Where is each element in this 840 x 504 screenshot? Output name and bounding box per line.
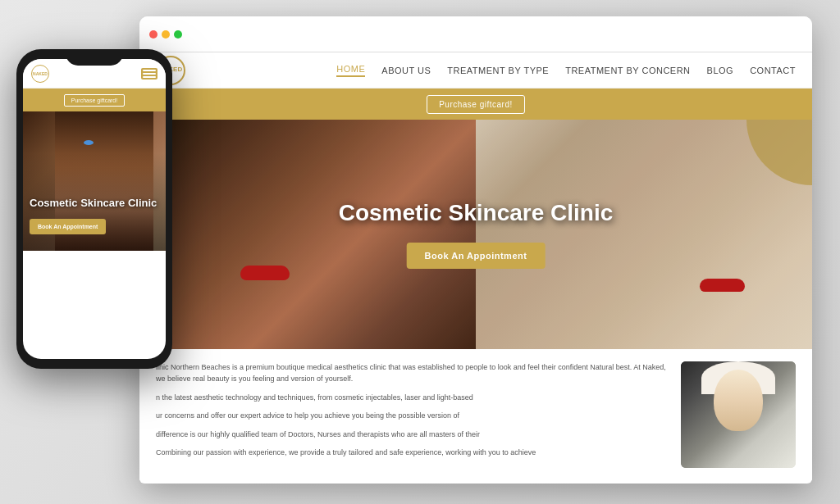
giftcard-button[interactable]: Purchase giftcard! xyxy=(427,95,525,114)
phone-giftcard-button[interactable]: Purchase giftcard! xyxy=(64,94,125,107)
hamburger-line-1 xyxy=(143,70,156,71)
text-para-3: ur concerns and offer our expert advice … xyxy=(156,410,669,421)
side-image-inner xyxy=(681,361,796,468)
phone-face-eye xyxy=(84,140,94,145)
nav-blog[interactable]: BLOG xyxy=(707,66,734,75)
gold-bar: Purchase giftcard! xyxy=(139,89,812,120)
website-content: NAKED HOME ABOUT US TREATMENT BY TYPE TR… xyxy=(139,52,812,484)
phone-book-button[interactable]: Book An Appointment xyxy=(30,219,106,234)
scene: NAKED HOME ABOUT US TREATMENT BY TYPE TR… xyxy=(0,0,840,504)
phone-notch xyxy=(66,49,123,66)
text-para-footer: Combining our passion with experience, w… xyxy=(156,447,669,458)
dot-yellow[interactable] xyxy=(162,30,170,39)
side-image xyxy=(681,361,796,468)
phone-hamburger-button[interactable] xyxy=(141,68,158,79)
phone-mockup: NAKED Purchase giftcard! xyxy=(16,49,172,369)
nav-treatment-concern[interactable]: TREATMENT BY CONCERN xyxy=(565,66,690,75)
nav-links: HOME ABOUT US TREATMENT BY TYPE TREATMEN… xyxy=(336,64,796,77)
phone-logo-circle: NAKED xyxy=(31,65,49,83)
hamburger-line-2 xyxy=(143,73,156,75)
hero-title: Cosmetic Skincare Clinic xyxy=(339,200,614,226)
site-nav: NAKED HOME ABOUT US TREATMENT BY TYPE TR… xyxy=(139,52,812,89)
dot-green[interactable] xyxy=(174,30,182,39)
desktop-browser: NAKED HOME ABOUT US TREATMENT BY TYPE TR… xyxy=(139,16,812,484)
phone-hero-title: Cosmetic Skincare Clinic xyxy=(30,197,159,211)
text-para-4: difference is our highly qualified team … xyxy=(156,429,669,440)
browser-chrome xyxy=(139,16,812,52)
text-para-2: n the latest aesthetic technology and te… xyxy=(156,392,669,403)
book-appointment-button[interactable]: Book An Appointment xyxy=(407,243,546,269)
hero-content: Cosmetic Skincare Clinic Book An Appoint… xyxy=(339,200,614,269)
phone-gold-bar: Purchase giftcard! xyxy=(23,89,166,111)
content-section: linic Northern Beaches is a premium bout… xyxy=(139,349,812,480)
hero-section: Cosmetic Skincare Clinic Book An Appoint… xyxy=(139,120,812,349)
phone-hero-content: Cosmetic Skincare Clinic Book An Appoint… xyxy=(30,197,159,234)
text-para-1: linic Northern Beaches is a premium bout… xyxy=(156,361,669,385)
hamburger-line-3 xyxy=(143,76,156,78)
dot-red[interactable] xyxy=(149,30,158,39)
text-content: linic Northern Beaches is a premium bout… xyxy=(156,361,669,468)
phone-logo-text: NAKED xyxy=(33,71,48,76)
phone-hero: Cosmetic Skincare Clinic Book An Appoint… xyxy=(23,111,166,251)
phone-logo: NAKED xyxy=(31,65,49,83)
nav-contact[interactable]: CONTACT xyxy=(750,66,796,75)
nav-home[interactable]: HOME xyxy=(336,64,365,77)
phone-screen: NAKED Purchase giftcard! xyxy=(23,59,166,359)
browser-dots xyxy=(149,30,182,39)
nav-treatment-type[interactable]: TREATMENT BY TYPE xyxy=(447,66,549,75)
face-oval xyxy=(714,370,763,431)
nav-about[interactable]: ABOUT US xyxy=(381,66,431,75)
